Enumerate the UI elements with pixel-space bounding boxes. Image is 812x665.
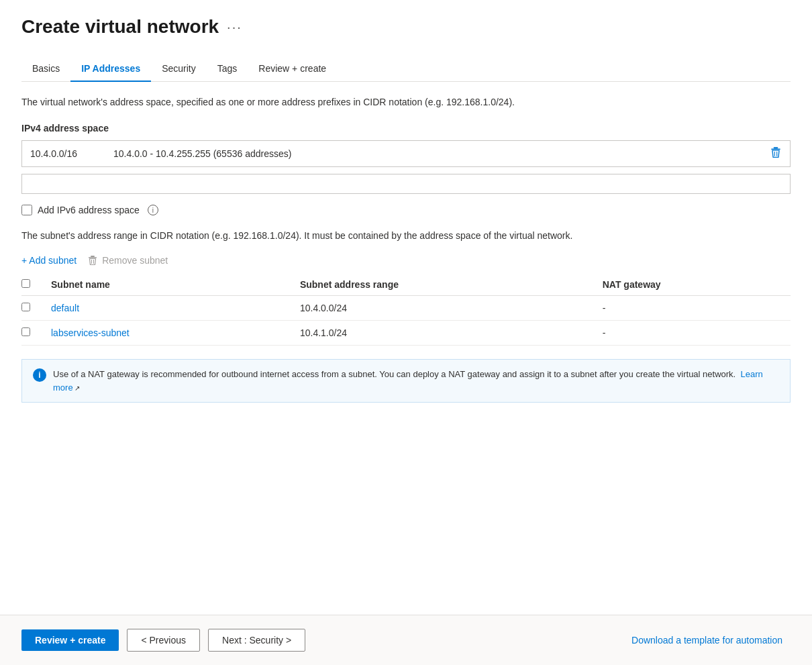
review-create-button[interactable]: Review + create: [21, 629, 119, 651]
ipv4-section-label: IPv4 address space: [21, 123, 791, 134]
ellipsis-button[interactable]: ···: [227, 19, 242, 35]
svg-rect-5: [89, 257, 97, 258]
select-all-checkbox[interactable]: [21, 279, 30, 288]
address-range: 10.4.0.0 - 10.4.255.255 (65536 addresses…: [113, 148, 754, 159]
nat-info-icon: i: [33, 368, 46, 382]
subnet-address-range-2: 10.4.1.0/24: [292, 321, 595, 346]
ipv4-section: IPv4 address space 10.4.0.0/16 10.4.0.0 …: [21, 123, 791, 205]
tab-security[interactable]: Security: [151, 56, 207, 82]
subnet-name-1: default: [43, 296, 292, 321]
address-space-row: 10.4.0.0/16 10.4.0.0 - 10.4.255.255 (655…: [22, 141, 790, 166]
tab-ip-addresses[interactable]: IP Addresses: [70, 56, 151, 82]
add-subnet-button[interactable]: + Add subnet: [21, 255, 77, 266]
tab-basics[interactable]: Basics: [21, 56, 70, 82]
tab-review-create[interactable]: Review + create: [248, 56, 337, 82]
address-space-description: The virtual network's address space, spe…: [21, 95, 791, 109]
subnet-description: The subnet's address range in CIDR notat…: [21, 229, 791, 243]
table-row: default 10.4.0.0/24 -: [21, 296, 791, 321]
ipv6-checkbox-label: Add IPv6 address space: [38, 205, 140, 215]
address-cidr: 10.4.0.0/16: [30, 148, 97, 159]
col-header-checkbox: [21, 274, 43, 296]
ipv6-checkbox-row: Add IPv6 address space i: [21, 205, 791, 215]
subnet-nat-2: -: [595, 321, 791, 346]
address-space-input[interactable]: [21, 174, 791, 194]
tabs-container: Basics IP Addresses Security Tags Review…: [21, 56, 791, 82]
ipv6-checkbox[interactable]: [21, 205, 32, 215]
download-template-button[interactable]: Download a template for automation: [623, 629, 791, 651]
address-space-table: 10.4.0.0/16 10.4.0.0 - 10.4.255.255 (655…: [21, 140, 791, 167]
row-select-checkbox-2[interactable]: [21, 327, 30, 336]
subnet-table: Subnet name Subnet address range NAT gat…: [21, 274, 791, 346]
subnet-link-2[interactable]: labservices-subnet: [51, 327, 130, 338]
col-header-address-range: Subnet address range: [292, 274, 595, 296]
page-title: Create virtual network: [21, 16, 219, 38]
svg-rect-0: [774, 147, 778, 148]
svg-rect-1: [771, 148, 780, 150]
nat-info-text: Use of a NAT gateway is recommended for …: [53, 368, 779, 394]
subnet-toolbar: + Add subnet Remove subnet: [21, 255, 791, 266]
table-row: labservices-subnet 10.4.1.0/24 -: [21, 321, 791, 346]
col-header-nat-gateway: NAT gateway: [595, 274, 791, 296]
row-checkbox-2: [21, 321, 43, 346]
row-checkbox-1: [21, 296, 43, 321]
ipv6-info-icon[interactable]: i: [148, 205, 158, 215]
tab-tags[interactable]: Tags: [207, 56, 248, 82]
subnet-address-range-1: 10.4.0.0/24: [292, 296, 595, 321]
svg-rect-4: [91, 256, 95, 257]
remove-subnet-button[interactable]: Remove subnet: [87, 255, 168, 266]
subnet-nat-1: -: [595, 296, 791, 321]
col-header-subnet-name: Subnet name: [43, 274, 292, 296]
subnet-name-2: labservices-subnet: [43, 321, 292, 346]
nat-info-box: i Use of a NAT gateway is recommended fo…: [21, 359, 791, 403]
remove-subnet-trash-icon: [87, 255, 98, 266]
row-select-checkbox-1[interactable]: [21, 303, 30, 311]
footer: Review + create < Previous Next : Securi…: [0, 615, 812, 665]
next-security-button[interactable]: Next : Security >: [208, 629, 305, 652]
previous-button[interactable]: < Previous: [127, 629, 200, 652]
subnet-link-1[interactable]: default: [51, 303, 79, 313]
delete-address-icon[interactable]: [770, 146, 782, 161]
external-link-icon: ↗: [74, 385, 80, 392]
